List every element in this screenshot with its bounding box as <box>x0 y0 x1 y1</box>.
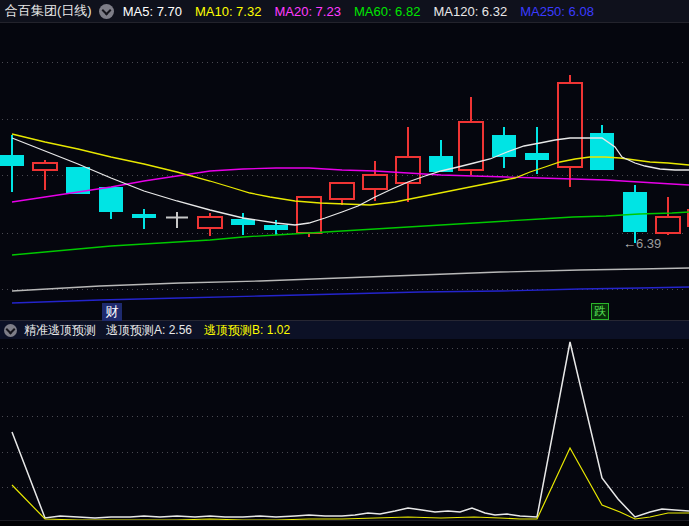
indicator-readouts: 逃顶预测A: 2.56逃顶预测B: 1.02 <box>106 322 302 339</box>
ma-readout: MA120: 6.32 <box>433 4 507 19</box>
chart-header: 合百集团(日线) MA5: 7.70MA10: 7.32MA20: 7.23MA… <box>0 0 689 23</box>
candlestick-chart-canvas[interactable] <box>0 0 689 526</box>
stock-title: 合百集团(日线) <box>5 2 92 20</box>
low-price-marker: ←6.39 <box>623 236 661 251</box>
indicator-name: 精准逃顶预测 <box>24 322 96 339</box>
watermark-badge-die: 跌 <box>591 303 609 320</box>
ma-readouts: MA5: 7.70MA10: 7.32MA20: 7.23MA60: 6.82M… <box>123 4 607 19</box>
watermark-badge-cai: 财 <box>102 303 122 321</box>
collapse-chevron-icon[interactable] <box>99 4 114 19</box>
ma-readout: MA250: 6.08 <box>520 4 594 19</box>
low-price-value: 6.39 <box>636 236 661 251</box>
ma-readout: MA60: 6.82 <box>354 4 421 19</box>
indicator-readout: 逃顶预测A: 2.56 <box>106 322 192 339</box>
ma-readout: MA5: 7.70 <box>123 4 182 19</box>
indicator-collapse-chevron-icon[interactable] <box>4 324 17 337</box>
ma-readout: MA10: 7.32 <box>195 4 262 19</box>
left-arrow-icon: ← <box>623 236 636 251</box>
indicator-header: 精准逃顶预测 逃顶预测A: 2.56逃顶预测B: 1.02 <box>0 320 689 339</box>
bottom-divider-strip <box>0 520 689 526</box>
ma-readout: MA20: 7.23 <box>274 4 341 19</box>
indicator-readout: 逃顶预测B: 1.02 <box>204 322 290 339</box>
